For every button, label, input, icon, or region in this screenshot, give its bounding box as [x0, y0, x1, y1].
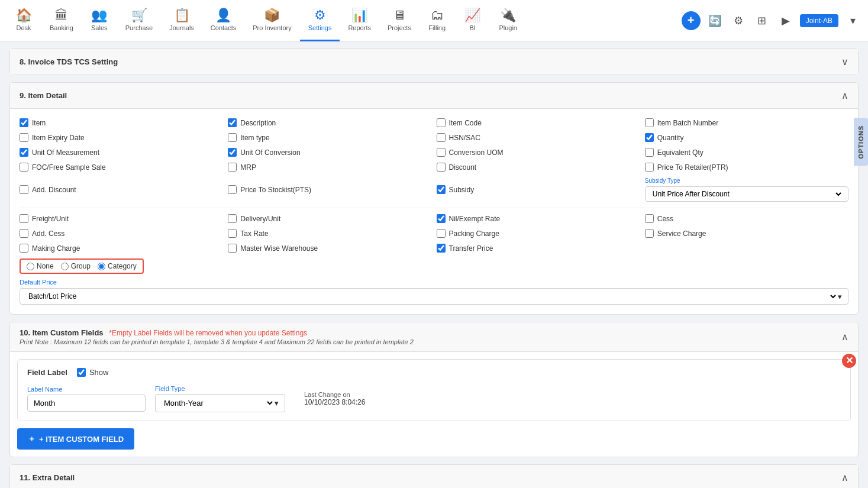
checkbox-packing-charge[interactable] — [437, 229, 446, 238]
field-card-close-button[interactable]: ✕ — [842, 354, 856, 368]
checkbox-mrp[interactable] — [228, 163, 237, 172]
checkbox-transfer-price[interactable] — [437, 244, 446, 253]
label-add-discount[interactable]: Add. Discount — [32, 186, 76, 194]
item-custom-fields-header[interactable]: 10. Item Custom Fields *Empty Label Fiel… — [10, 322, 858, 352]
label-foc[interactable]: FOC/Free Sample Sale — [32, 163, 106, 172]
nav-item-purchase[interactable]: 🛒 Purchase — [117, 0, 161, 41]
nav-item-plugin[interactable]: 🔌 Plugin — [491, 0, 526, 41]
checkbox-cess[interactable] — [645, 214, 654, 223]
label-unit-of-conversion[interactable]: Unit Of Conversion — [240, 148, 300, 157]
label-packing-charge[interactable]: Packing Charge — [449, 230, 499, 238]
label-subsidy[interactable]: Subsidy — [449, 186, 475, 194]
checkbox-freight-unit[interactable] — [20, 214, 28, 223]
gear-settings-icon[interactable]: ⚙ — [729, 11, 748, 30]
label-mrp[interactable]: MRP — [240, 163, 256, 172]
checkbox-discount[interactable] — [437, 163, 446, 172]
label-hsn-sac[interactable]: HSN/SAC — [449, 134, 480, 142]
dropdown-chevron-icon[interactable]: ▾ — [843, 11, 862, 30]
label-item[interactable]: Item — [32, 119, 46, 127]
nav-item-projects[interactable]: 🖥 Projects — [379, 0, 420, 41]
default-price-select[interactable]: Batch/Lot Price FIFO Price LIFO Price St… — [26, 292, 838, 301]
refresh-icon[interactable]: 🔄 — [705, 11, 724, 30]
radio-group-input[interactable] — [61, 263, 69, 270]
label-making-charge[interactable]: Making Charge — [32, 244, 80, 253]
checkbox-subsidy[interactable] — [437, 185, 446, 194]
label-transfer-price[interactable]: Transfer Price — [449, 244, 493, 253]
checkbox-equivalent-qty[interactable] — [645, 148, 654, 157]
nav-item-filling[interactable]: 🗂 Filling — [420, 0, 455, 41]
label-add-cess[interactable]: Add. Cess — [32, 230, 64, 238]
label-price-to-retailer[interactable]: Price To Retailer(PTR) — [657, 163, 728, 172]
label-quantity[interactable]: Quantity — [657, 134, 684, 142]
grid-icon[interactable]: ⊞ — [753, 11, 772, 30]
radio-none-input[interactable] — [27, 263, 34, 270]
checkbox-hsn-sac[interactable] — [437, 133, 446, 142]
label-unit-of-measurement[interactable]: Unit Of Measurement — [32, 148, 99, 157]
add-item-custom-field-button[interactable]: ＋ + ITEM CUSTOM FIELD — [17, 428, 134, 450]
label-description[interactable]: Description — [240, 119, 276, 127]
checkbox-item-batch-number[interactable] — [645, 118, 654, 127]
checkbox-item[interactable] — [20, 118, 28, 127]
checkbox-add-discount[interactable] — [20, 185, 28, 194]
label-conversion-uom[interactable]: Conversion UOM — [449, 148, 504, 157]
label-master-wise-warehouse[interactable]: Master Wise Warehouse — [240, 244, 318, 253]
add-button[interactable]: + — [682, 11, 701, 30]
radio-none-label[interactable]: None — [37, 262, 54, 270]
youtube-icon[interactable]: ▶ — [776, 11, 795, 30]
label-name-input[interactable] — [27, 395, 146, 412]
user-label[interactable]: Joint-AB — [800, 14, 838, 27]
checkbox-description[interactable] — [228, 118, 237, 127]
checkbox-service-charge[interactable] — [645, 229, 654, 238]
checkbox-delivery-unit[interactable] — [228, 214, 237, 223]
field-show-label[interactable]: Show — [89, 368, 109, 377]
label-item-expiry-date[interactable]: Item Expiry Date — [32, 134, 85, 142]
label-item-batch-number[interactable]: Item Batch Number — [657, 119, 718, 127]
checkbox-making-charge[interactable] — [20, 244, 28, 253]
checkbox-master-wise-warehouse[interactable] — [228, 244, 237, 253]
label-price-to-stockist[interactable]: Price To Stockist(PTS) — [240, 186, 311, 194]
subsidy-type-select[interactable]: Unit Price After Discount Unit Price Bef… — [650, 189, 843, 199]
extra-detail-header[interactable]: 11. Extra Detail ∧ — [10, 465, 858, 488]
checkbox-item-expiry-date[interactable] — [20, 133, 28, 142]
label-service-charge[interactable]: Service Charge — [657, 230, 706, 238]
nav-item-pro-inventory[interactable]: 📦 Pro Inventory — [244, 0, 299, 41]
nav-item-contacts[interactable]: 👤 Contacts — [202, 0, 244, 41]
default-price-select-wrap[interactable]: Batch/Lot Price FIFO Price LIFO Price St… — [20, 288, 848, 305]
options-sidebar[interactable]: OPTIONS — [854, 118, 868, 166]
nav-item-settings[interactable]: ⚙ Settings — [300, 0, 340, 41]
radio-group-label[interactable]: Group — [71, 262, 91, 270]
checkbox-add-cess[interactable] — [20, 229, 28, 238]
label-tax-rate[interactable]: Tax Rate — [240, 230, 268, 238]
field-type-select[interactable]: Month-Year Text Number Date Dropdown — [162, 398, 275, 408]
checkbox-unit-of-conversion[interactable] — [228, 148, 237, 157]
checkbox-item-type[interactable] — [228, 133, 237, 142]
checkbox-price-to-stockist[interactable] — [228, 185, 237, 194]
label-delivery-unit[interactable]: Delivery/Unit — [240, 215, 280, 223]
checkbox-item-code[interactable] — [437, 118, 446, 127]
tds-header[interactable]: 8. Invoice TDS TCS Setting ∨ — [10, 49, 858, 75]
nav-item-reports[interactable]: 📊 Reports — [340, 0, 379, 41]
checkbox-quantity[interactable] — [645, 133, 654, 142]
label-cess[interactable]: Cess — [657, 215, 673, 223]
nav-item-journals[interactable]: 📋 Journals — [161, 0, 202, 41]
label-discount[interactable]: Discount — [449, 163, 477, 172]
checkbox-unit-of-measurement[interactable] — [20, 148, 28, 157]
nav-item-bi[interactable]: 📈 BI — [455, 0, 491, 41]
checkbox-tax-rate[interactable] — [228, 229, 237, 238]
label-item-code[interactable]: Item Code — [449, 119, 482, 127]
label-item-type[interactable]: Item type — [240, 134, 269, 142]
label-nil-exempt[interactable]: Nil/Exempt Rate — [449, 215, 501, 223]
nav-item-desk[interactable]: 🏠 Desk — [6, 0, 41, 41]
nav-item-sales[interactable]: 👥 Sales — [82, 0, 117, 41]
label-freight-unit[interactable]: Freight/Unit — [32, 215, 69, 223]
checkbox-price-to-retailer[interactable] — [645, 163, 654, 172]
label-equivalent-qty[interactable]: Equivalent Qty — [657, 148, 704, 157]
field-type-select-wrap[interactable]: Month-Year Text Number Date Dropdown ▾ — [155, 394, 285, 412]
checkbox-conversion-uom[interactable] — [437, 148, 446, 157]
radio-category-input[interactable] — [98, 263, 105, 270]
field-show-checkbox[interactable] — [77, 368, 86, 377]
subsidy-type-select-wrap[interactable]: Unit Price After Discount Unit Price Bef… — [645, 186, 848, 202]
radio-category-label[interactable]: Category — [108, 262, 137, 270]
nav-item-banking[interactable]: 🏛 Banking — [41, 0, 82, 41]
item-detail-header[interactable]: 9. Item Detail ∧ — [10, 83, 858, 109]
